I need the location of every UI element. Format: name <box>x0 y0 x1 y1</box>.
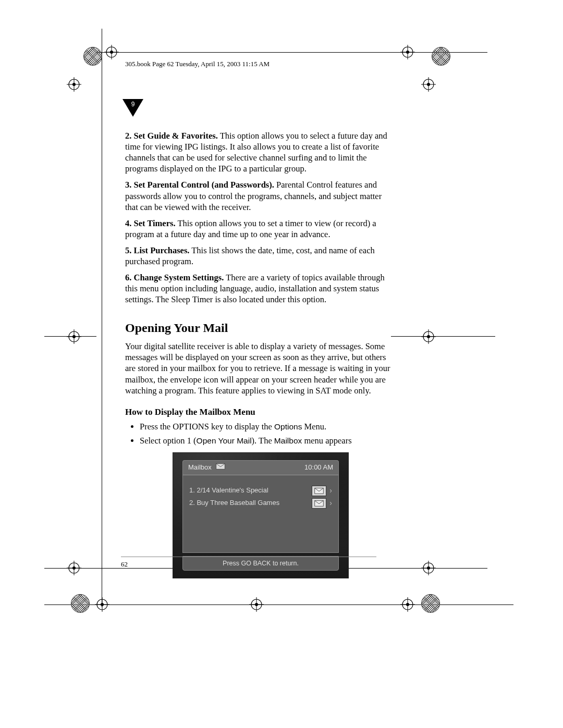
svg-point-19 <box>72 335 76 338</box>
chapter-marker: 9 <box>123 99 143 120</box>
registration-mark-icon <box>67 329 81 344</box>
crop-line <box>391 336 495 337</box>
mailbox-title: Mailbox <box>188 463 212 472</box>
registration-mark-icon <box>104 45 119 59</box>
option-item: 5. List Purchases. This list shows the d… <box>125 245 396 267</box>
option-item: 3. Set Parental Control (and Passwords).… <box>125 179 396 212</box>
howto-list: Press the OPTIONS key to display the Opt… <box>125 421 396 446</box>
option-item: 2. Set Guide & Favorites. This option al… <box>125 130 396 174</box>
mailbox-time: 10:00 AM <box>304 463 333 472</box>
chapter-number: 9 <box>123 101 143 108</box>
registration-mark-icon <box>95 597 109 612</box>
svg-point-23 <box>427 335 430 338</box>
option-item: 6. Change System Settings. There are a v… <box>125 272 396 305</box>
svg-point-43 <box>406 603 409 606</box>
mailbox-screenshot: Mailbox 10:00 AM 1. 2/14 Valentine's Spe… <box>173 452 349 578</box>
registration-mark-icon <box>67 77 81 92</box>
crop-line <box>44 604 513 605</box>
registration-mark-icon <box>400 597 415 612</box>
registration-mark-icon <box>400 45 415 59</box>
option-item: 4. Set Timers. This option allows you to… <box>125 218 396 240</box>
svg-point-39 <box>255 603 258 606</box>
registration-mark-icon <box>67 561 81 575</box>
crop-line <box>96 52 487 53</box>
registration-mark-icon <box>421 329 436 344</box>
page-content: 2. Set Guide & Favorites. This option al… <box>125 130 396 578</box>
mailbox-body: 1. 2/14 Valentine's Special › 2. Buy Thr… <box>182 475 339 553</box>
hatched-circle-icon <box>71 594 90 613</box>
svg-point-27 <box>72 566 76 570</box>
mailbox-header: Mailbox 10:00 AM <box>182 460 339 475</box>
svg-point-11 <box>72 83 76 86</box>
section-intro: Your digital satellite receiver is able … <box>125 341 396 396</box>
list-item: Select option 1 (Open Your Mail). The Ma… <box>140 435 396 446</box>
chevron-right-icon: › <box>329 486 332 496</box>
mailbox-footer: Press GO BACK to return. <box>182 556 339 571</box>
svg-point-15 <box>427 83 430 86</box>
section-heading: Opening Your Mail <box>125 320 396 336</box>
crop-line-vertical <box>102 29 102 607</box>
hatched-circle-icon <box>83 47 102 66</box>
running-header: 305.book Page 62 Tuesday, April 15, 2003… <box>125 60 270 68</box>
svg-point-35 <box>101 603 104 606</box>
hatched-circle-icon <box>421 594 440 613</box>
chevron-right-icon: › <box>329 499 332 508</box>
registration-mark-icon <box>249 597 264 612</box>
envelope-icon <box>312 486 326 496</box>
envelope-icon <box>312 498 326 509</box>
svg-point-7 <box>406 51 409 54</box>
mailbox-row: 1. 2/14 Valentine's Special › <box>189 485 332 497</box>
footer-rule <box>121 557 376 557</box>
svg-point-31 <box>427 566 430 570</box>
subsection-heading: How to Display the Mailbox Menu <box>125 406 396 418</box>
svg-point-3 <box>110 51 113 54</box>
envelope-icon <box>216 463 225 472</box>
list-item: Press the OPTIONS key to display the Opt… <box>140 421 396 432</box>
hatched-circle-icon <box>432 47 450 66</box>
mailbox-row: 2. Buy Three Baseball Games › <box>189 497 332 510</box>
registration-mark-icon <box>421 77 436 92</box>
registration-mark-icon <box>421 561 436 575</box>
page-number: 62 <box>121 560 128 569</box>
